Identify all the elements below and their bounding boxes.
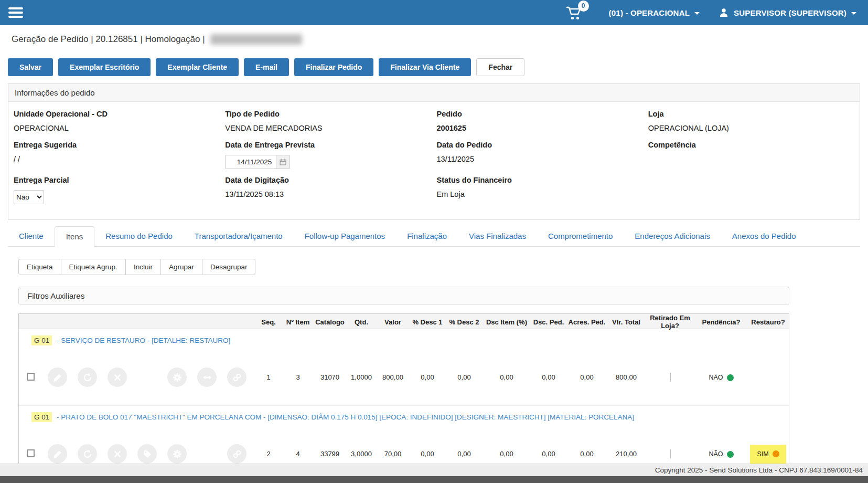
settings-button[interactable] bbox=[167, 444, 187, 464]
x-icon bbox=[113, 373, 122, 382]
partial-delivery-select[interactable]: Não bbox=[14, 190, 44, 204]
tab-finalizacao[interactable]: Finalização bbox=[396, 226, 458, 247]
page-footer: Copyright 2025 - Send Solutions Ltda - C… bbox=[0, 464, 868, 483]
filtros-auxiliares-title: Filtros Auxiliares bbox=[27, 291, 84, 300]
col-retirado-em-loja: Retirado Em Loja? bbox=[645, 314, 695, 330]
delivery-date-input[interactable] bbox=[226, 155, 276, 169]
remove-button[interactable] bbox=[108, 368, 127, 387]
col-seq: Seq. bbox=[255, 318, 282, 326]
order-info-panel: Informações do pedido Unidade Operaciona… bbox=[8, 83, 860, 220]
cell-qtd: 3,0000 bbox=[346, 450, 377, 458]
arrows-horizontal-icon bbox=[202, 373, 212, 382]
cart-button[interactable]: 0 bbox=[566, 5, 583, 20]
tag-button[interactable] bbox=[137, 444, 157, 464]
gear-icon bbox=[173, 449, 182, 459]
incluir-button[interactable]: Incluir bbox=[125, 259, 161, 275]
filtros-auxiliares-panel[interactable]: Filtros Auxiliares bbox=[18, 287, 789, 305]
orange-status-dot-icon bbox=[773, 450, 779, 457]
edit-button[interactable] bbox=[48, 444, 67, 464]
link-button[interactable] bbox=[227, 444, 247, 464]
cell-catalogo: 31070 bbox=[314, 373, 346, 381]
cell-valor: 800,00 bbox=[377, 373, 409, 381]
row-select-checkbox[interactable] bbox=[27, 449, 35, 457]
etiqueta-button[interactable]: Etiqueta bbox=[18, 259, 61, 275]
tab-transportadora-icamento[interactable]: Transportadora/Içamento bbox=[184, 226, 294, 247]
etiqueta-agrup-button[interactable]: Etiqueta Agrup. bbox=[61, 259, 126, 275]
field-loja: Loja OPERACIONAL (LOJA) bbox=[648, 110, 854, 134]
office-copy-button[interactable]: Exemplar Escritório bbox=[58, 58, 151, 76]
cell-dsc-ped: 0,00 bbox=[531, 373, 566, 381]
client-copy-button[interactable]: Exemplar Cliente bbox=[156, 58, 239, 76]
move-button[interactable] bbox=[197, 368, 217, 387]
gear-icon bbox=[173, 373, 182, 382]
col-vlr-total: Vlr. Total bbox=[607, 318, 645, 326]
settings-button[interactable] bbox=[167, 368, 187, 387]
items-toolbar: Etiqueta Etiqueta Agrup. Incluir Agrupar… bbox=[18, 259, 255, 275]
tab-follow-up-pagamentos[interactable]: Follow-up Pagamentos bbox=[294, 226, 396, 247]
cart-badge: 0 bbox=[578, 1, 589, 12]
group-description-link[interactable]: - SERVIÇO DE RESTAURO - [DETALHE: RESTAU… bbox=[57, 337, 230, 344]
retirado-checkbox[interactable] bbox=[670, 449, 671, 458]
edit-button[interactable] bbox=[48, 368, 67, 387]
chevron-down-icon bbox=[694, 12, 700, 15]
email-button[interactable]: E-mail bbox=[244, 58, 289, 76]
field-data-digitacao: Data de Digitação 13/11/2025 08:13 bbox=[225, 176, 431, 204]
tab-enderecos-adicionais[interactable]: Endereços Adicionais bbox=[624, 226, 721, 247]
col-acres-ped: Acres. Ped. bbox=[566, 318, 607, 326]
chevron-down-icon bbox=[851, 12, 856, 15]
pencil-icon bbox=[53, 373, 62, 382]
tab-vias-finalizadas[interactable]: Vias Finalizadas bbox=[458, 226, 537, 247]
hamburger-menu-icon[interactable] bbox=[8, 7, 23, 18]
col-pendencia: Pendência? bbox=[695, 318, 747, 326]
tab-itens[interactable]: Itens bbox=[55, 226, 95, 247]
pendencia-status: NÃO bbox=[709, 450, 733, 458]
tab-cliente[interactable]: Cliente bbox=[8, 226, 55, 247]
tab-resumo-do-pedido[interactable]: Resumo do Pedido bbox=[94, 226, 184, 247]
cell-dsc-item: 0,00 bbox=[483, 450, 531, 458]
field-competencia: Competência bbox=[648, 141, 854, 169]
x-icon bbox=[113, 450, 122, 458]
history-button[interactable] bbox=[78, 444, 97, 464]
col-valor: Valor bbox=[377, 318, 409, 326]
retirado-checkbox[interactable] bbox=[670, 373, 671, 382]
close-button[interactable]: Fechar bbox=[476, 58, 524, 76]
field-status-financeiro: Status do Financeiro Em Loja bbox=[437, 176, 643, 204]
finalize-via-client-button[interactable]: Finalizar Via Cliente bbox=[379, 58, 471, 76]
desagrupar-button[interactable]: Desagrupar bbox=[202, 259, 256, 275]
col-dsc-item: Dsc Item (%) bbox=[483, 318, 531, 326]
unit-menu[interactable]: (01) - OPERACIONAL bbox=[609, 8, 700, 17]
tab-bar: Cliente Itens Resumo do Pedido Transport… bbox=[8, 226, 860, 247]
link-button[interactable] bbox=[227, 368, 247, 387]
remove-button[interactable] bbox=[108, 444, 127, 464]
history-button[interactable] bbox=[78, 368, 97, 387]
tab-anexos-do-pedido[interactable]: Anexos do Pedido bbox=[721, 226, 807, 247]
group-badge: G 01 bbox=[31, 335, 52, 345]
save-button[interactable]: Salvar bbox=[8, 58, 53, 76]
group-description-link[interactable]: - PRATO DE BOLO 017 "MAESTRICHT" EM PORC… bbox=[57, 413, 634, 421]
calendar-button[interactable] bbox=[276, 155, 290, 169]
cell-desc2: 0,00 bbox=[446, 450, 483, 458]
col-dsc-ped: Dsc. Ped. bbox=[531, 318, 566, 326]
redacted-client-name bbox=[210, 34, 302, 45]
cell-acres-ped: 0,00 bbox=[566, 450, 607, 458]
agrupar-button[interactable]: Agrupar bbox=[160, 259, 202, 275]
cell-seq: 2 bbox=[255, 450, 282, 458]
cell-catalogo: 33799 bbox=[314, 450, 346, 458]
finalize-order-button[interactable]: Finalizar Pedido bbox=[294, 58, 373, 76]
cell-seq: 1 bbox=[255, 373, 282, 381]
pencil-icon bbox=[53, 449, 62, 459]
cell-dsc-ped: 0,00 bbox=[531, 450, 566, 458]
col-desc2: % Desc 2 bbox=[446, 318, 483, 326]
user-menu[interactable]: SUPERVISOR (SUPERVISOR) bbox=[719, 7, 856, 18]
cell-n-item: 3 bbox=[282, 373, 314, 381]
pendencia-status: NÃO bbox=[709, 374, 733, 381]
cell-desc2: 0,00 bbox=[446, 373, 483, 381]
table-header-row: Seq. Nº Item Catálogo Qtd. Valor % Desc … bbox=[19, 314, 789, 329]
row-select-checkbox[interactable] bbox=[27, 373, 35, 381]
col-n-item: Nº Item bbox=[282, 318, 314, 326]
action-button-row: Salvar Exemplar Escritório Exemplar Clie… bbox=[8, 58, 860, 76]
tab-comprometimento[interactable]: Comprometimento bbox=[537, 226, 624, 247]
calendar-icon bbox=[280, 159, 286, 165]
breadcrumb: Geração de Pedido | 20.126851 | Homologa… bbox=[0, 25, 868, 51]
field-data-pedido: Data do Pedido 13/11/2025 bbox=[437, 141, 643, 169]
